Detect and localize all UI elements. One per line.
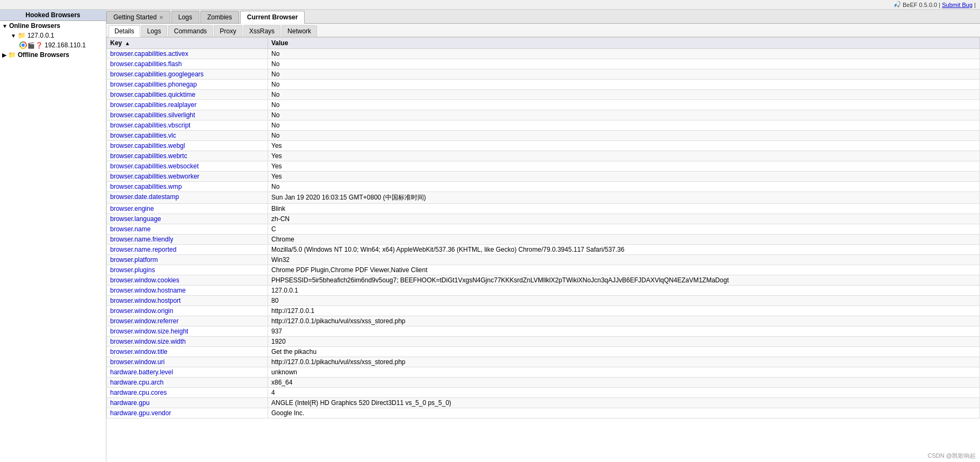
table-cell-key: browser.capabilities.websocket bbox=[107, 161, 268, 172]
table-row[interactable]: browser.capabilities.wmpNo bbox=[107, 182, 980, 192]
table-row[interactable]: browser.window.originhttp://127.0.0.1 bbox=[107, 306, 980, 316]
top-tab-bar: Getting Started ✕ Logs Zombies Current B… bbox=[106, 10, 980, 24]
tab-current-browser[interactable]: Current Browser bbox=[240, 11, 305, 24]
table-row[interactable]: browser.languagezh-CN bbox=[107, 214, 980, 224]
table-cell-key: browser.plugins bbox=[107, 265, 268, 275]
table-row[interactable]: browser.capabilities.realplayerNo bbox=[107, 100, 980, 110]
table-row[interactable]: browser.window.urihttp://127.0.0.1/pikac… bbox=[107, 357, 980, 367]
table-cell-key: browser.name bbox=[107, 224, 268, 234]
submit-bug-link[interactable]: Submit Bug bbox=[942, 2, 972, 8]
subtab-proxy[interactable]: Proxy bbox=[214, 25, 242, 37]
table-cell-key: browser.language bbox=[107, 214, 268, 224]
table-cell-key: browser.capabilities.googlegears bbox=[107, 69, 268, 80]
table-cell-value: x86_64 bbox=[268, 378, 980, 388]
tab-logs[interactable]: Logs bbox=[171, 11, 199, 23]
table-row[interactable]: browser.pluginsChrome PDF Plugin,Chrome … bbox=[107, 265, 980, 275]
subtab-network[interactable]: Network bbox=[282, 25, 317, 37]
tab-current-browser-label: Current Browser bbox=[247, 13, 298, 21]
table-row[interactable]: browser.engineBlink bbox=[107, 204, 980, 214]
subtab-details[interactable]: Details bbox=[109, 25, 140, 37]
table-cell-key: browser.engine bbox=[107, 204, 268, 214]
table-cell-key: browser.capabilities.realplayer bbox=[107, 100, 268, 110]
table-row[interactable]: browser.capabilities.webglYes bbox=[107, 141, 980, 151]
table-cell-value: No bbox=[268, 110, 980, 120]
table-row[interactable]: browser.window.referrerhttp://127.0.0.1/… bbox=[107, 316, 980, 326]
table-row[interactable]: browser.capabilities.activexNo bbox=[107, 49, 980, 59]
table-row[interactable]: browser.capabilities.webrtcYes bbox=[107, 151, 980, 161]
table-cell-key: browser.window.hostport bbox=[107, 296, 268, 306]
ip-group-item[interactable]: ▼ 📁 127.0.0.1 bbox=[0, 31, 106, 40]
browser-item[interactable]: 🎬 ❓ 192.168.110.1 bbox=[0, 40, 106, 50]
subtab-commands-label: Commands bbox=[174, 27, 207, 35]
table-row[interactable]: browser.window.titleGet the pikachu bbox=[107, 347, 980, 357]
table-row[interactable]: browser.window.cookiesPHPSESSID=5ir5bhea… bbox=[107, 275, 980, 286]
tab-zombies[interactable]: Zombies bbox=[200, 11, 239, 23]
offline-browsers-label: Offline Browsers bbox=[18, 51, 69, 59]
table-row[interactable]: browser.capabilities.vbscriptNo bbox=[107, 120, 980, 131]
table-row[interactable]: hardware.battery.levelunknown bbox=[107, 367, 980, 378]
table-row[interactable]: browser.capabilities.vlcNo bbox=[107, 131, 980, 141]
table-row[interactable]: browser.capabilities.flashNo bbox=[107, 59, 980, 69]
table-cell-value: Yes bbox=[268, 172, 980, 182]
table-cell-value: 1920 bbox=[268, 337, 980, 347]
table-cell-key: browser.name.reported bbox=[107, 245, 268, 255]
tab-logs-label: Logs bbox=[178, 13, 192, 21]
table-cell-key: browser.window.referrer bbox=[107, 316, 268, 326]
col-value-header[interactable]: Value bbox=[268, 38, 980, 49]
table-row[interactable]: hardware.gpuANGLE (Intel(R) HD Graphics … bbox=[107, 398, 980, 408]
table-row[interactable]: browser.window.hostname127.0.0.1 bbox=[107, 286, 980, 296]
table-cell-value: Blink bbox=[268, 204, 980, 214]
beef-logo: 🎣 bbox=[893, 1, 903, 8]
table-cell-value: C bbox=[268, 224, 980, 234]
table-cell-key: browser.name.friendly bbox=[107, 234, 268, 245]
table-cell-key: browser.capabilities.flash bbox=[107, 59, 268, 69]
table-row[interactable]: browser.nameC bbox=[107, 224, 980, 234]
table-cell-value: Google Inc. bbox=[268, 408, 980, 418]
table-cell-value: 127.0.0.1 bbox=[268, 286, 980, 296]
table-cell-key: browser.window.cookies bbox=[107, 275, 268, 286]
table-row[interactable]: hardware.cpu.archx86_64 bbox=[107, 378, 980, 388]
details-table: Key ▲ Value browser.capabilities.activex… bbox=[106, 37, 980, 418]
table-cell-value: unknown bbox=[268, 367, 980, 378]
table-row[interactable]: hardware.cpu.cores4 bbox=[107, 388, 980, 398]
table-row[interactable]: browser.capabilities.silverlightNo bbox=[107, 110, 980, 120]
ip-group-label: 127.0.0.1 bbox=[27, 32, 54, 39]
tab-getting-started[interactable]: Getting Started ✕ bbox=[106, 11, 170, 23]
table-row[interactable]: browser.platformWin32 bbox=[107, 255, 980, 265]
table-cell-key: hardware.gpu bbox=[107, 398, 268, 408]
arrow-right-icon: ▶ bbox=[2, 52, 6, 58]
table-row[interactable]: browser.window.size.height937 bbox=[107, 326, 980, 337]
table-cell-value: 937 bbox=[268, 326, 980, 337]
question-icon: ❓ bbox=[35, 42, 43, 49]
table-cell-key: hardware.cpu.cores bbox=[107, 388, 268, 398]
table-row[interactable]: browser.date.datestampSun Jan 19 2020 16… bbox=[107, 192, 980, 204]
table-cell-value: No bbox=[268, 131, 980, 141]
offline-browsers-group[interactable]: ▶ 📁 Offline Browsers bbox=[0, 50, 106, 60]
table-cell-value: Get the pikachu bbox=[268, 347, 980, 357]
table-row[interactable]: browser.capabilities.websocketYes bbox=[107, 161, 980, 172]
table-row[interactable]: browser.capabilities.googlegearsNo bbox=[107, 69, 980, 80]
online-browsers-group[interactable]: ▼ Online Browsers bbox=[0, 21, 106, 31]
folder-icon2: 📁 bbox=[8, 51, 16, 59]
subtab-commands[interactable]: Commands bbox=[168, 25, 213, 37]
table-row[interactable]: browser.window.size.width1920 bbox=[107, 337, 980, 347]
table-row[interactable]: browser.name.reportedMozilla/5.0 (Window… bbox=[107, 245, 980, 255]
subtab-xssrays[interactable]: XssRays bbox=[243, 25, 280, 37]
table-row[interactable]: hardware.gpu.vendorGoogle Inc. bbox=[107, 408, 980, 418]
online-browsers-label: Online Browsers bbox=[9, 22, 60, 30]
table-cell-key: browser.capabilities.webworker bbox=[107, 172, 268, 182]
col-key-header[interactable]: Key ▲ bbox=[107, 38, 268, 49]
table-body: browser.capabilities.activexNobrowser.ca… bbox=[107, 49, 980, 418]
table-row[interactable]: browser.name.friendlyChrome bbox=[107, 234, 980, 245]
table-row[interactable]: browser.capabilities.phonegapNo bbox=[107, 80, 980, 90]
table-row[interactable]: browser.window.hostport80 bbox=[107, 296, 980, 306]
table-cell-value: http://127.0.0.1/pikachu/vul/xss/xss_sto… bbox=[268, 357, 980, 367]
subtab-logs[interactable]: Logs bbox=[141, 25, 167, 37]
table-cell-value: Mozilla/5.0 (Windows NT 10.0; Win64; x64… bbox=[268, 245, 980, 255]
table-row[interactable]: browser.capabilities.webworkerYes bbox=[107, 172, 980, 182]
browser-ip-label: 192.168.110.1 bbox=[45, 41, 86, 49]
details-table-area: Key ▲ Value browser.capabilities.activex… bbox=[106, 37, 980, 462]
close-icon[interactable]: ✕ bbox=[159, 15, 163, 20]
table-cell-value: No bbox=[268, 59, 980, 69]
table-row[interactable]: browser.capabilities.quicktimeNo bbox=[107, 90, 980, 100]
